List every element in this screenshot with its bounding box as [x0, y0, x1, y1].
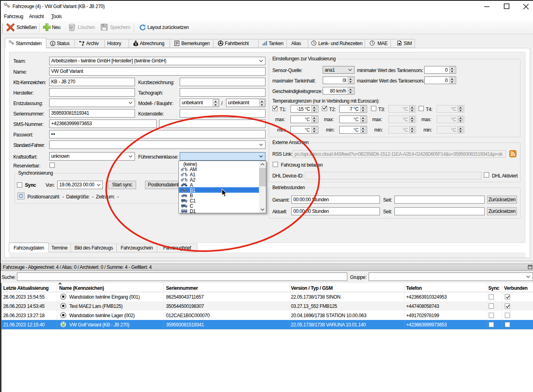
svg-text:$: $ [135, 42, 137, 46]
